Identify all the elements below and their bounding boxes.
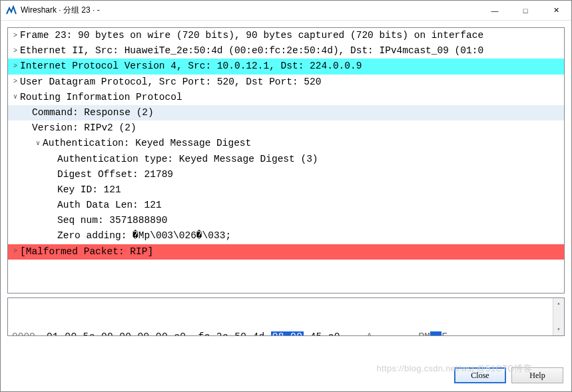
caret-down-icon[interactable]: ∨ <box>33 138 43 149</box>
tree-row-key-id[interactable]: Key ID: 121 <box>8 182 564 198</box>
close-button[interactable]: Close <box>454 367 506 383</box>
tree-label: Authentication type: Keyed Message Diges… <box>57 152 318 167</box>
tree-label: Command: Response (2) <box>32 105 154 120</box>
tree-row-frame[interactable]: >Frame 23: 90 bytes on wire (720 bits), … <box>8 28 564 43</box>
tree-label: Seq num: 3571888890 <box>57 213 167 228</box>
caret-right-icon[interactable]: > <box>11 77 20 87</box>
caret-right-icon[interactable]: > <box>11 246 20 257</box>
caret-right-icon[interactable]: > <box>11 31 20 41</box>
tree-label: Zero adding: �Mp\003\026�\033; <box>57 228 231 244</box>
dialog-button-row: Close Help <box>7 362 565 385</box>
tree-label: Key ID: 121 <box>57 182 121 198</box>
scroll-down-icon[interactable]: ▾ <box>553 324 564 335</box>
window-controls: — □ ✕ <box>479 1 571 21</box>
close-window-button[interactable]: ✕ <box>541 1 571 21</box>
window-title: Wireshark · 分组 23 · - <box>21 5 479 16</box>
tree-label: Ethernet II, Src: HuaweiTe_2e:50:4d (00:… <box>20 43 483 59</box>
hex-offset: 0000 <box>12 329 47 336</box>
tree-row-ip[interactable]: >Internet Protocol Version 4, Src: 10.0.… <box>8 59 564 74</box>
tree-label: Authentication: Keyed Message Digest <box>43 136 251 151</box>
hex-bytes[interactable]: 01 00 5e 00 00 09 00 e0 fc 2e 50 4d 08 0… <box>47 329 340 336</box>
packet-details-tree[interactable]: >Frame 23: 90 bytes on wire (720 bits), … <box>7 27 565 294</box>
help-button[interactable]: Help <box>511 367 563 383</box>
content-area: >Frame 23: 90 bytes on wire (720 bits), … <box>1 21 571 391</box>
tree-row-auth-data-len[interactable]: Auth Data Len: 121 <box>8 198 564 213</box>
tree-row-ethernet[interactable]: >Ethernet II, Src: HuaweiTe_2e:50:4d (00… <box>8 43 564 59</box>
maximize-button[interactable]: □ <box>510 1 541 21</box>
tree-label: [Malformed Packet: RIP] <box>20 244 153 260</box>
tree-row-auth-type[interactable]: Authentication type: Keyed Message Diges… <box>8 152 564 167</box>
minimize-button[interactable]: — <box>479 1 510 21</box>
hex-dump-panel[interactable]: 0000 01 00 5e 00 00 09 00 e0 fc 2e 50 4d… <box>7 297 565 336</box>
hex-selected-bytes[interactable]: 08 00 <box>271 331 304 336</box>
hex-row[interactable]: 0000 01 00 5e 00 00 09 00 e0 fc 2e 50 4d… <box>12 329 560 336</box>
titlebar: Wireshark · 分组 23 · - — □ ✕ <box>1 1 571 21</box>
tree-row-digest-offset[interactable]: Digest Offset: 21789 <box>8 167 564 182</box>
tree-row-rip[interactable]: ∨Routing Information Protocol <box>8 90 564 105</box>
tree-label: Frame 23: 90 bytes on wire (720 bits), 9… <box>20 28 483 43</box>
tree-row-malformed[interactable]: >[Malformed Packet: RIP] <box>8 244 564 260</box>
tree-label: User Datagram Protocol, Src Port: 520, D… <box>20 75 321 90</box>
caret-right-icon[interactable]: > <box>11 61 20 72</box>
scroll-up-icon[interactable]: ▴ <box>553 298 564 309</box>
caret-down-icon[interactable]: ∨ <box>11 92 20 102</box>
hex-ascii: ··^····· ·.PM··E· <box>355 329 453 336</box>
tree-row-rip-auth[interactable]: ∨Authentication: Keyed Message Digest <box>8 136 564 151</box>
caret-right-icon[interactable]: > <box>11 46 20 57</box>
tree-row-rip-version[interactable]: Version: RIPv2 (2) <box>8 120 564 136</box>
tree-row-seq-num[interactable]: Seq num: 3571888890 <box>8 213 564 228</box>
hex-vertical-scrollbar[interactable]: ▴ ▾ <box>553 298 564 335</box>
tree-row-udp[interactable]: >User Datagram Protocol, Src Port: 520, … <box>8 75 564 90</box>
tree-label: Internet Protocol Version 4, Src: 10.0.1… <box>20 59 362 74</box>
wireshark-icon <box>6 5 17 16</box>
tree-label: Routing Information Protocol <box>20 90 182 105</box>
tree-label: Version: RIPv2 (2) <box>32 120 137 136</box>
tree-label: Digest Offset: 21789 <box>57 167 173 182</box>
tree-row-zero-adding[interactable]: Zero adding: �Mp\003\026�\033; <box>8 228 564 244</box>
tree-row-rip-command[interactable]: Command: Response (2) <box>8 105 564 120</box>
tree-label: Auth Data Len: 121 <box>57 198 162 213</box>
